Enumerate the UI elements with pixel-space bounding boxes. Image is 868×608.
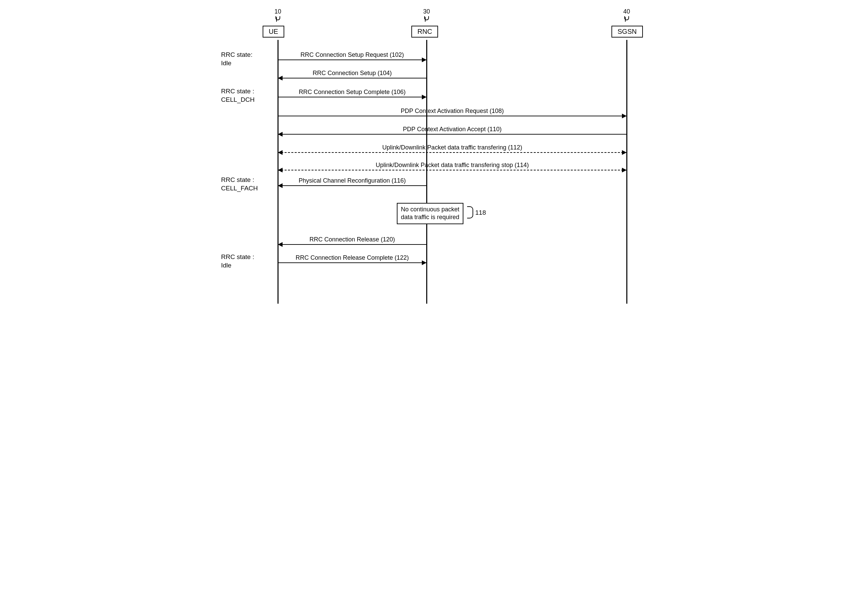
message-line-8 — [278, 244, 426, 245]
message-label-3: PDP Context Activation Request (108) — [278, 107, 627, 115]
note-box: No continuous packetdata traffic is requ… — [397, 203, 463, 224]
arrowhead-left-7 — [278, 183, 282, 188]
note-line2: data traffic is required — [401, 213, 459, 221]
state-line2-0: Idle — [221, 59, 275, 68]
arrowhead-right-6 — [622, 168, 627, 172]
message-line-1 — [278, 78, 426, 78]
message-label-1: RRC Connection Setup (104) — [278, 70, 426, 77]
arrowhead-right-5 — [622, 150, 627, 155]
message-line-7 — [278, 185, 426, 186]
state-line1-3: RRC state : — [221, 253, 275, 261]
message-line-6 — [278, 170, 627, 171]
arrowhead-right-2 — [422, 95, 426, 99]
note-line1: No continuous packet — [401, 206, 459, 213]
message-label-6: Uplink/Downlink Packet data traffic tran… — [278, 161, 627, 169]
message-label-0: RRC Connection Setup Request (102) — [278, 51, 426, 59]
actor-number-1: 30 — [420, 8, 433, 15]
state-line1-0: RRC state: — [221, 51, 275, 59]
message-line-2 — [278, 97, 426, 98]
actor-box-ue: UE — [263, 26, 284, 37]
state-label-1: RRC state :CELL_DCH — [221, 87, 275, 104]
message-line-3 — [278, 116, 627, 116]
actor-box-sgsn: SGSN — [611, 26, 643, 37]
message-label-2: RRC Connection Setup Complete (106) — [278, 88, 426, 96]
state-label-3: RRC state :Idle — [221, 253, 275, 270]
arrowhead-left-5 — [278, 150, 282, 155]
state-line2-2: CELL_FACH — [221, 184, 275, 193]
arrowhead-left-1 — [278, 76, 282, 81]
message-line-0 — [278, 59, 426, 60]
state-label-2: RRC state :CELL_FACH — [221, 176, 275, 192]
message-line-9 — [278, 262, 426, 263]
message-line-4 — [278, 134, 627, 135]
arrowhead-right-3 — [622, 113, 627, 118]
arrowhead-right-0 — [422, 57, 426, 62]
arrowhead-right-9 — [422, 261, 426, 265]
actor-box-rnc: RNC — [411, 26, 438, 37]
note-bracket — [467, 206, 473, 219]
message-label-5: Uplink/Downlink Packet data traffic tran… — [278, 144, 627, 151]
message-line-5 — [278, 152, 627, 153]
actor-number-2: 40 — [620, 8, 634, 15]
state-line2-1: CELL_DCH — [221, 96, 275, 104]
arrowhead-left-6 — [278, 168, 282, 172]
message-label-4: PDP Context Activation Accept (110) — [278, 126, 627, 133]
state-line1-2: RRC state : — [221, 176, 275, 184]
actor-number-0: 10 — [271, 8, 285, 15]
message-label-7: Physical Channel Reconfiguration (116) — [278, 177, 426, 184]
state-line1-1: RRC state : — [221, 87, 275, 96]
message-row-7: Physical Channel Reconfiguration (116) — [278, 185, 426, 199]
state-label-0: RRC state:Idle — [221, 51, 275, 67]
arrowhead-left-4 — [278, 132, 282, 136]
message-label-8: RRC Connection Release (120) — [278, 236, 426, 243]
state-line2-3: Idle — [221, 261, 275, 270]
message-row-9: RRC Connection Release Complete (122) — [278, 262, 426, 276]
note-ref-number: 118 — [475, 209, 486, 216]
message-label-9: RRC Connection Release Complete (122) — [278, 254, 426, 261]
arrowhead-left-8 — [278, 242, 282, 247]
